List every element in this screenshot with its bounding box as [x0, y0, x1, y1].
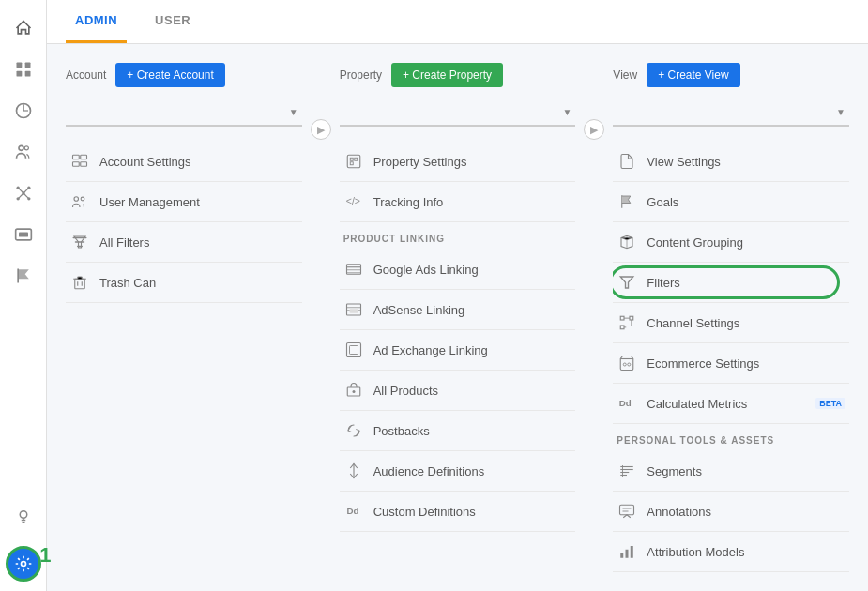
personal-tools-header: PERSONAL TOOLS & ASSETS — [613, 424, 849, 451]
sidebar-item-reports[interactable] — [5, 92, 42, 129]
user-management-item[interactable]: User Management — [66, 182, 302, 222]
attribution-models-item[interactable]: Attribution Models — [613, 532, 849, 572]
content-grouping-item[interactable]: Content Grouping — [613, 222, 849, 263]
property-settings-icon — [343, 151, 364, 172]
view-settings-text: View Settings — [647, 155, 845, 169]
svg-rect-67 — [631, 546, 633, 558]
ad-exchange-text: Ad Exchange Linking — [373, 343, 572, 357]
svg-rect-2 — [16, 71, 22, 77]
tab-bar: ADMIN USER — [47, 0, 868, 44]
sidebar-item-bulb[interactable] — [5, 497, 42, 535]
user-management-text: User Management — [99, 195, 298, 209]
arrow-right-2: ▶ — [584, 119, 604, 140]
google-ads-icon — [343, 259, 364, 280]
google-ads-text: Google Ads Linking — [373, 263, 572, 277]
create-account-button[interactable]: + Create Account — [115, 63, 224, 87]
user-management-icon — [69, 191, 90, 212]
account-label: Account — [66, 68, 106, 82]
adsense-item[interactable]: AdSense Linking — [340, 290, 576, 330]
svg-text:Dd: Dd — [346, 506, 358, 516]
product-linking-header: PRODUCT LINKING — [340, 222, 576, 250]
svg-rect-43 — [346, 343, 360, 357]
filters-item[interactable]: 2 Filters — [613, 263, 849, 303]
sidebar-item-connect[interactable] — [5, 174, 42, 212]
calculated-metrics-text: Calculated Metrics — [647, 397, 802, 411]
view-nav-list: View Settings Goals — [613, 142, 849, 572]
view-label: View — [613, 68, 637, 82]
tracking-info-item[interactable]: </> Tracking Info — [340, 182, 576, 222]
tracking-info-icon: </> — [343, 191, 364, 212]
create-property-button[interactable]: + Create Property — [391, 63, 503, 87]
custom-definitions-item[interactable]: Dd Custom Definitions — [340, 492, 576, 532]
ecommerce-text: Ecommerce Settings — [647, 356, 845, 371]
sidebar-item-dashboard[interactable] — [5, 51, 42, 88]
custom-definitions-text: Custom Definitions — [373, 505, 572, 519]
ecommerce-icon — [617, 353, 637, 373]
tab-admin[interactable]: ADMIN — [66, 0, 127, 43]
svg-line-14 — [18, 193, 23, 199]
sidebar-item-home[interactable] — [5, 9, 42, 47]
attribution-models-icon — [617, 541, 637, 562]
sidebar-item-flag[interactable] — [5, 257, 42, 295]
ecommerce-settings-item[interactable]: Ecommerce Settings — [613, 343, 849, 384]
create-view-button[interactable]: + Create View — [647, 63, 740, 87]
svg-rect-52 — [630, 316, 633, 320]
account-header: Account + Create Account — [66, 63, 302, 87]
goals-text: Goals — [647, 195, 845, 209]
settings-button[interactable]: 1 — [6, 546, 41, 582]
all-filters-item[interactable]: All Filters — [66, 222, 302, 263]
svg-marker-49 — [621, 277, 634, 288]
view-settings-icon — [617, 151, 637, 172]
segments-text: Segments — [647, 464, 845, 478]
trash-can-item[interactable]: Trash Can — [66, 263, 302, 303]
svg-text:Dd: Dd — [619, 398, 632, 408]
ad-exchange-item[interactable]: Ad Exchange Linking — [340, 330, 576, 371]
property-column: Property + Create Property ▼ — [340, 63, 576, 572]
custom-definitions-icon: Dd — [343, 501, 364, 522]
divider-account-property: ▶ — [302, 63, 340, 572]
all-products-item[interactable]: All Products — [340, 371, 576, 411]
svg-rect-21 — [81, 155, 87, 159]
account-settings-item[interactable]: Account Settings — [66, 142, 302, 182]
svg-rect-44 — [349, 346, 358, 355]
arrow-right-1: ▶ — [311, 119, 331, 140]
tab-user[interactable]: USER — [145, 0, 200, 43]
channel-settings-icon — [617, 312, 637, 333]
svg-line-15 — [23, 193, 29, 199]
all-products-text: All Products — [373, 384, 572, 398]
svg-rect-27 — [75, 279, 85, 289]
postbacks-icon — [343, 420, 364, 441]
svg-rect-62 — [620, 505, 634, 515]
audience-definitions-icon — [343, 461, 364, 481]
calculated-metrics-item[interactable]: Dd Calculated Metrics BETA — [613, 384, 849, 424]
view-dropdown[interactable]: ▼ — [613, 98, 849, 127]
svg-rect-20 — [73, 155, 80, 159]
svg-rect-50 — [621, 316, 625, 320]
divider-property-view: ▶ — [575, 63, 613, 572]
svg-line-13 — [23, 188, 29, 193]
channel-settings-item[interactable]: Channel Settings — [613, 303, 849, 343]
audience-definitions-item[interactable]: Audience Definitions — [340, 451, 576, 492]
segments-item[interactable]: Segments — [613, 451, 849, 492]
postbacks-item[interactable]: Postbacks — [340, 411, 576, 451]
view-settings-item[interactable]: View Settings — [613, 142, 849, 182]
google-ads-item[interactable]: Google Ads Linking — [340, 250, 576, 290]
account-settings-text: Account Settings — [99, 155, 298, 169]
annotations-item[interactable]: Annotations — [613, 492, 849, 532]
goals-icon — [617, 191, 637, 212]
account-dropdown[interactable]: ▼ — [66, 98, 302, 127]
svg-point-46 — [352, 390, 355, 393]
account-column: Account + Create Account ▼ — [66, 63, 302, 572]
svg-point-54 — [624, 363, 627, 366]
svg-point-24 — [74, 197, 79, 202]
property-dropdown[interactable]: ▼ — [340, 98, 576, 127]
goals-item[interactable]: Goals — [613, 182, 849, 222]
sidebar-item-users[interactable] — [5, 133, 42, 171]
account-settings-icon — [69, 151, 90, 172]
channel-settings-text: Channel Settings — [647, 316, 845, 330]
svg-rect-66 — [626, 550, 629, 558]
property-label: Property — [340, 68, 382, 82]
property-settings-item[interactable]: Property Settings — [340, 142, 576, 182]
main-content: ADMIN USER Account + Create Account ▼ — [47, 0, 868, 591]
sidebar-item-media[interactable] — [5, 216, 42, 253]
